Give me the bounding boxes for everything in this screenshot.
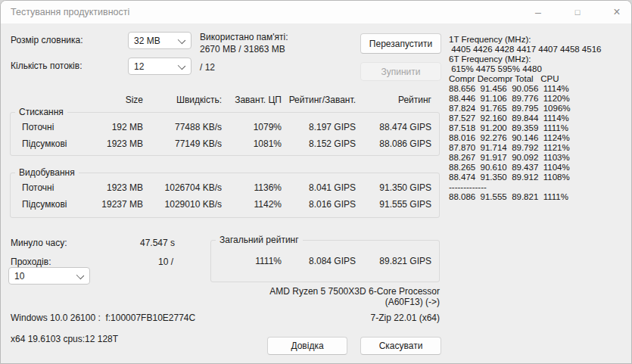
row-label: Підсумкові: [10, 138, 93, 149]
table-row: Підсумкові 19237 MB 1029010 KB/s 1142% 8…: [10, 199, 440, 210]
window-title: Тестування продуктивності: [11, 7, 129, 17]
close-icon[interactable]: ×: [600, 1, 632, 23]
cpu-frequency-panel: 1T Frequency (MHz): 4405 4426 4428 4417 …: [449, 35, 630, 202]
cancel-button[interactable]: Скасувати: [360, 337, 441, 355]
elapsed-time-value: 47.547 s: [10, 238, 175, 248]
cpu-panel-line: 87.518 91.200 89.359 1111%: [449, 123, 630, 133]
threads-select[interactable]: 12: [128, 58, 191, 75]
arch-info-text: x64 19.6103 cpus:12 128T: [11, 334, 118, 344]
total-rating: 89.821 GIPS: [356, 256, 431, 266]
cpu-name-text: AMD Ryzen 5 7500X3D 6-Core Processor: [228, 286, 440, 297]
column-header-cpu-usage: Завант. ЦП: [222, 95, 282, 105]
column-header-speed: Швидкість:: [143, 95, 222, 105]
help-button[interactable]: Довідка: [267, 337, 347, 355]
cpu-panel-line: 4405 4426 4428 4417 4407 4458 4516: [449, 45, 630, 54]
dictionary-size-select[interactable]: 32 MB: [128, 32, 191, 49]
cpu-panel-line: 88.656 91.456 90.056 1114%: [449, 84, 630, 94]
threads-max-suffix: / 12: [200, 62, 215, 73]
chevron-down-icon: [178, 37, 185, 45]
column-header-rating-usage: Рейтинг/Завант.: [282, 95, 356, 105]
passes-count-value: 10: [14, 271, 76, 282]
row-label: Поточні: [10, 122, 93, 132]
cpu-panel-line: 87.824 91.765 89.795 1096%: [449, 104, 630, 114]
minimize-icon[interactable]: –: [521, 1, 555, 23]
cpu-panel-line: 87.527 92.160 89.844 1114%: [449, 114, 630, 123]
cpu-panel-line: 88.265 90.610 89.437 1104%: [449, 163, 630, 173]
memory-used-label: Використано пам'яті:: [200, 32, 288, 42]
cpu-id-text: (A60F13) (->): [228, 297, 440, 307]
cpu-panel-line: 88.267 91.917 90.092 1103%: [449, 153, 630, 163]
dictionary-size-value: 32 MB: [134, 36, 178, 46]
chevron-down-icon: [76, 272, 84, 280]
cpu-panel-line: 1T Frequency (MHz):: [449, 35, 630, 45]
row-label: Поточні: [10, 182, 93, 193]
table-row: Поточні 1923 MB 1026704 KB/s 1136% 8.041…: [10, 182, 440, 193]
passes-count-select[interactable]: 10: [8, 267, 90, 285]
memory-used-value: 2670 MB / 31863 MB: [200, 44, 285, 54]
column-header-size: Size: [93, 95, 143, 105]
os-info-text: Windows 10.0 26100 : f:100007FB10E2774C: [11, 313, 195, 323]
benchmark-dialog: Тестування продуктивності – □ × Розмір с…: [0, 0, 632, 364]
total-rating-group-title: Загальний рейтинг: [216, 235, 303, 245]
titlebar: Тестування продуктивності – □ ×: [1, 1, 631, 23]
cpu-panel-line: 88.474 91.350 89.912 1108%: [449, 173, 630, 182]
chevron-down-icon: [178, 63, 185, 70]
cpu-panel-line: -------------: [449, 182, 630, 192]
column-header-rating: Рейтинг: [356, 95, 431, 105]
benchmark-table-header: Size Швидкість: Завант. ЦП Рейтинг/Заван…: [10, 95, 440, 105]
cpu-panel-line: 88.446 91.106 89.776 1120%: [449, 94, 630, 104]
cpu-panel-line: 6T Frequency (MHz):: [449, 54, 630, 64]
threads-value: 12: [134, 61, 178, 72]
cpu-panel-line: 87.870 91.714 89.792 1121%: [449, 143, 630, 153]
compression-group-title: Стискання: [15, 107, 67, 117]
total-rating-row: 1111% 8.084 GIPS 89.821 GIPS: [10, 256, 440, 266]
restart-button[interactable]: Перезапустити: [360, 33, 441, 54]
stop-button: Зупинити: [360, 62, 441, 81]
cpu-panel-line: 88.086 91.555 89.821 1111%: [449, 192, 630, 202]
maximize-icon[interactable]: □: [561, 1, 594, 23]
threads-label: Кількість потоків:: [11, 61, 82, 71]
table-row: Поточні 192 MB 77488 KB/s 1079% 8.197 GI…: [10, 122, 440, 132]
cpu-panel-line: 615% 4475 595% 4480: [449, 64, 630, 74]
dictionary-size-label: Розмір словника:: [11, 35, 83, 45]
total-cpu-usage: 1111%: [222, 256, 282, 266]
total-rating-usage: 8.084 GIPS: [282, 256, 356, 266]
table-row: Підсумкові 1923 MB 77149 KB/s 1081% 8.15…: [10, 138, 440, 149]
row-label: Підсумкові: [10, 199, 93, 210]
decompression-group-title: Видобування: [15, 167, 79, 178]
cpu-panel-line: 88.016 92.276 90.146 1124%: [449, 133, 630, 143]
cpu-panel-line: Compr Decompr Total CPU: [449, 74, 630, 84]
zip-version-text: 7-Zip 22.01 (x64): [228, 313, 440, 323]
